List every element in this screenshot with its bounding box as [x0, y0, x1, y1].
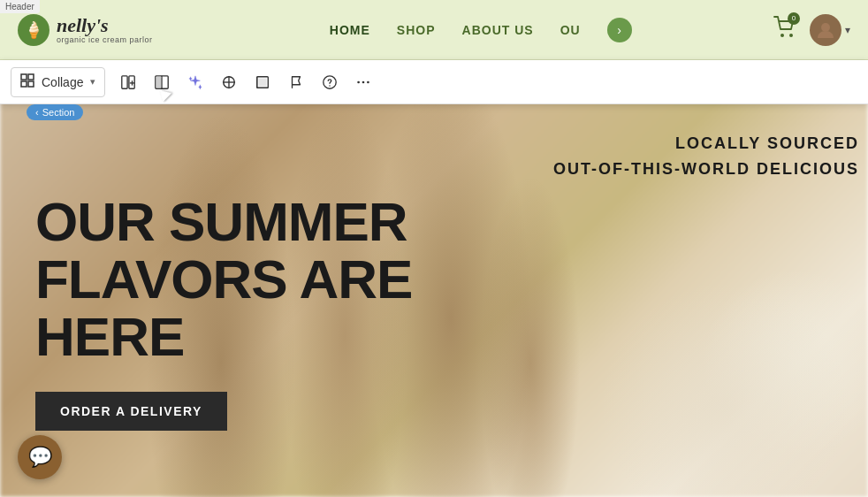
- svg-point-25: [368, 80, 370, 83]
- nav-home[interactable]: HOME: [330, 23, 370, 37]
- logo-name: nelly's: [57, 16, 153, 35]
- crop-btn[interactable]: [247, 66, 278, 98]
- nav-shop[interactable]: SHOP: [397, 23, 436, 37]
- svg-point-24: [362, 80, 365, 83]
- svg-point-2: [821, 23, 830, 32]
- add-section-btn[interactable]: [112, 66, 144, 98]
- svg-rect-20: [259, 78, 267, 86]
- chat-icon: 💬: [28, 446, 52, 469]
- chevron-down-icon: ▾: [845, 24, 850, 36]
- svg-rect-7: [122, 75, 127, 88]
- hero-cta: ORDER A DELIVERY: [35, 392, 412, 431]
- collage-dropdown[interactable]: Collage ▾: [11, 67, 105, 97]
- hero-headline-line1: OUR SUMMER: [35, 191, 407, 252]
- header-label: Header: [0, 0, 40, 13]
- site-nav: HOME SHOP ABOUT US OU ›: [188, 18, 773, 42]
- svg-point-0: [780, 34, 784, 37]
- hero-subtitle-line2: OUT-OF-THIS-WORLD DELICIOUS: [553, 157, 859, 182]
- hero-headline: OUR SUMMER FLAVORS ARE HERE: [35, 193, 412, 365]
- order-delivery-button[interactable]: ORDER A DELIVERY: [35, 392, 227, 431]
- hero-text-right: LOCALLY SOURCED OUT-OF-THIS-WORLD DELICI…: [553, 131, 859, 182]
- svg-rect-4: [28, 74, 34, 80]
- cart-button[interactable]: 0: [773, 16, 796, 44]
- svg-rect-3: [21, 74, 27, 80]
- hero-headline-line2: FLAVORS ARE: [35, 248, 412, 310]
- logo-area[interactable]: 🍦 nelly's organic ice cream parlor: [18, 14, 153, 46]
- logo-tagline: organic ice cream parlor: [57, 35, 153, 44]
- logo-text: nelly's organic ice cream parlor: [57, 16, 153, 44]
- hero-text-left: OUR SUMMER FLAVORS ARE HERE ORDER A DELI…: [0, 104, 438, 457]
- collage-type-icon: [20, 73, 34, 91]
- hero-section: OUR SUMMER FLAVORS ARE HERE ORDER A DELI…: [0, 104, 868, 497]
- layout-btn[interactable]: [146, 66, 178, 98]
- leaf-icon: 🍦: [24, 20, 43, 40]
- collage-label: Collage: [42, 75, 83, 89]
- editor-toolbar: Collage ▾: [0, 60, 868, 104]
- nav-ou[interactable]: OU: [560, 23, 581, 37]
- cart-count: 0: [788, 12, 800, 25]
- header-actions: 0 ▾: [773, 14, 850, 46]
- site-header: Header 🍦 nelly's organic ice cream parlo…: [0, 0, 868, 60]
- svg-rect-5: [21, 81, 27, 87]
- svg-rect-13: [156, 76, 161, 88]
- help-btn[interactable]: [314, 66, 346, 98]
- nav-more-button[interactable]: ›: [607, 18, 632, 42]
- nav-about[interactable]: ABOUT US: [462, 23, 534, 37]
- flag-btn[interactable]: [280, 66, 312, 98]
- svg-rect-6: [28, 81, 34, 87]
- svg-point-23: [358, 80, 361, 83]
- dropdown-chevron-icon: ▾: [90, 76, 95, 88]
- section-arrow-icon: ‹: [35, 107, 39, 118]
- user-avatar-button[interactable]: ▾: [810, 14, 850, 46]
- hero-subtitle: LOCALLY SOURCED OUT-OF-THIS-WORLD DELICI…: [553, 131, 859, 182]
- avatar: [810, 14, 841, 46]
- move-btn[interactable]: [213, 66, 245, 98]
- more-options-btn[interactable]: [347, 66, 379, 98]
- hero-headline-line3: HERE: [35, 306, 184, 367]
- svg-point-22: [330, 85, 331, 86]
- svg-point-1: [789, 34, 793, 37]
- ai-btn[interactable]: [179, 66, 211, 98]
- section-badge[interactable]: ‹ Section: [27, 104, 83, 120]
- section-label: Section: [42, 107, 75, 118]
- chat-button[interactable]: 💬: [18, 435, 62, 479]
- hero-subtitle-line1: LOCALLY SOURCED: [553, 131, 859, 157]
- logo-icon: 🍦: [18, 14, 49, 46]
